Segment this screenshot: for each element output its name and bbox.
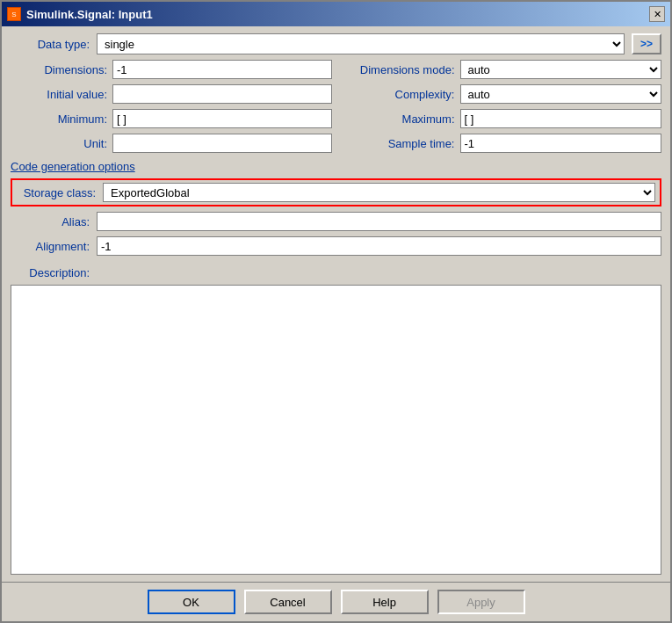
sample-time-col: Sample time: [341, 134, 662, 153]
dimensions-mode-col: Dimensions mode: auto [341, 60, 662, 79]
initial-value-col: Initial value: [11, 84, 332, 104]
dimensions-mode-select[interactable]: auto [460, 60, 662, 79]
code-gen-link[interactable]: Code generation options [11, 160, 135, 173]
minimum-col: Minimum: [11, 109, 332, 128]
alignment-label: Alignment: [11, 240, 90, 253]
data-type-row: Data type: single >> [11, 33, 661, 54]
cancel-button[interactable]: Cancel [244, 590, 332, 614]
dialog-title: Simulink.Signal: Input1 [26, 8, 153, 21]
description-row: Description: [11, 264, 661, 279]
help-button[interactable]: Help [341, 590, 429, 614]
arrow-button[interactable]: >> [632, 33, 661, 54]
storage-class-row: Storage class: ExportedGlobal [11, 178, 661, 206]
code-gen-section: Code generation options [11, 158, 661, 173]
unit-input[interactable] [112, 134, 332, 153]
complexity-col: Complexity: auto [341, 84, 662, 104]
dimensions-input[interactable] [112, 60, 332, 79]
alias-label: Alias: [11, 215, 90, 228]
apply-button[interactable]: Apply [437, 590, 525, 614]
storage-class-label: Storage class: [17, 186, 96, 199]
alias-row: Alias: [11, 212, 661, 231]
maximum-input[interactable] [460, 109, 662, 128]
ok-button[interactable]: OK [148, 590, 235, 614]
dimensions-col: Dimensions: [11, 60, 332, 79]
minimum-label: Minimum: [11, 112, 107, 126]
complexity-label: Complexity: [341, 88, 455, 101]
initial-value-row: Initial value: Complexity: auto [11, 84, 661, 104]
initial-value-input[interactable] [112, 84, 332, 104]
dialog-body: Data type: single >> Dimensions: Dimensi… [2, 26, 670, 582]
simulink-icon: S [7, 7, 21, 21]
data-type-label: Data type: [11, 38, 90, 51]
min-max-row: Minimum: Maximum: [11, 109, 661, 128]
title-bar: S Simulink.Signal: Input1 ✕ [2, 2, 670, 26]
maximum-label: Maximum: [341, 112, 455, 126]
dimensions-row: Dimensions: Dimensions mode: auto [11, 60, 661, 79]
unit-col: Unit: [11, 134, 332, 153]
description-label: Description: [11, 264, 90, 279]
maximum-col: Maximum: [341, 109, 662, 128]
storage-class-select[interactable]: ExportedGlobal [103, 183, 655, 202]
dialog-window: S Simulink.Signal: Input1 ✕ Data type: s… [0, 0, 672, 623]
description-textarea[interactable] [11, 285, 661, 575]
dimensions-label: Dimensions: [11, 63, 107, 76]
close-button[interactable]: ✕ [649, 6, 665, 22]
initial-value-label: Initial value: [11, 88, 107, 101]
unit-label: Unit: [11, 137, 107, 150]
data-type-select[interactable]: single [97, 33, 625, 54]
alignment-row: Alignment: [11, 236, 661, 256]
dimensions-mode-label: Dimensions mode: [341, 63, 455, 76]
alignment-input[interactable] [97, 236, 661, 256]
sample-time-label: Sample time: [341, 137, 455, 150]
alias-input[interactable] [97, 212, 661, 231]
button-row: OK Cancel Help Apply [2, 582, 670, 621]
title-bar-left: S Simulink.Signal: Input1 [7, 7, 153, 21]
minimum-input[interactable] [112, 109, 332, 128]
unit-sample-row: Unit: Sample time: [11, 134, 661, 153]
sample-time-input[interactable] [460, 134, 662, 153]
complexity-select[interactable]: auto [460, 84, 662, 104]
